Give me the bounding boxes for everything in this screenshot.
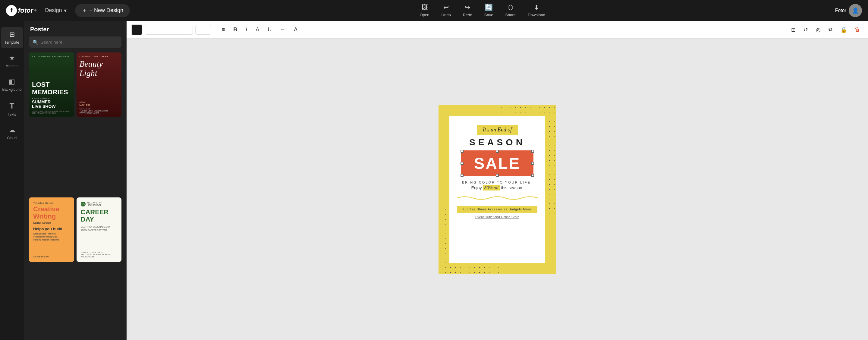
rotate-button[interactable]: ↺ bbox=[801, 25, 811, 35]
divider-1 bbox=[215, 26, 215, 34]
sidebar-item-template[interactable]: ⊞ Template bbox=[1, 27, 23, 48]
poster-tag: It's an End of bbox=[477, 125, 518, 135]
editor-area: Raleway Extr ▾ 60 ▾ ≡ B I A U ↔ A ⊡ ↺ ◎ … bbox=[127, 21, 868, 340]
template-icon: ⊞ bbox=[9, 31, 15, 38]
design-label: Design bbox=[45, 7, 62, 13]
sidebar-label-material: Material bbox=[5, 64, 19, 68]
font-color-picker[interactable] bbox=[131, 24, 142, 35]
texts-icon: T bbox=[10, 101, 14, 111]
sidebar: ⊞ Template ★ Material ◧ Background T Tex… bbox=[0, 21, 24, 340]
undo-icon: ↩ bbox=[443, 4, 449, 11]
template-card-career-day[interactable]: YS YELLOW STARHIGH SCHOOL CAREERDAY MEET… bbox=[76, 197, 122, 262]
mask-button[interactable]: ◎ bbox=[813, 25, 824, 35]
card-date: MARCH 5, 2019 | 14:00YELLOW STAR HIGH SC… bbox=[81, 251, 118, 258]
bold-button[interactable]: B bbox=[230, 25, 240, 35]
layers-button[interactable]: ⧉ bbox=[826, 25, 835, 35]
card-offer: LIMITED · TIME OFFER bbox=[80, 56, 119, 58]
save-button[interactable]: 🔄 Save bbox=[484, 4, 493, 17]
handle-tl[interactable] bbox=[461, 150, 464, 153]
school-logo: YS bbox=[81, 202, 86, 207]
season-text2: this season. bbox=[501, 185, 524, 190]
poster-sale-box[interactable]: SALE bbox=[461, 150, 534, 176]
template-panel: Poster 🔍 ART ACOUSTIC PRODUCTION LOSTMEM… bbox=[24, 21, 127, 340]
align-button[interactable]: ≡ bbox=[219, 25, 228, 35]
card-price: Course fee $100 bbox=[33, 256, 70, 258]
top-right: Fotor 👤 bbox=[835, 4, 862, 17]
card-item: #324MAIN $90 bbox=[80, 101, 119, 106]
download-button[interactable]: ⬇ Download bbox=[528, 4, 545, 17]
lock-button[interactable]: 🔒 bbox=[837, 25, 850, 35]
enjoy-text: Enjoy bbox=[471, 185, 482, 190]
card-starter: Starter Course bbox=[33, 221, 70, 224]
redo-button[interactable]: ↪ Redo bbox=[463, 4, 472, 17]
save-label: Save bbox=[484, 13, 493, 17]
font-name-label: Raleway Extr bbox=[148, 27, 175, 32]
handle-tm[interactable] bbox=[496, 150, 499, 153]
background-icon: ◧ bbox=[9, 78, 15, 86]
card-bg: Tutoring School CreativeWriting Starter … bbox=[29, 197, 74, 262]
handle-br[interactable] bbox=[531, 174, 534, 177]
format-right: ⊡ ↺ ◎ ⧉ 🔒 🗑 bbox=[788, 25, 863, 35]
off-text: 30% off bbox=[483, 185, 499, 190]
canvas-area: It's an End of SEASON SALE bbox=[127, 38, 868, 340]
delete-button[interactable]: 🗑 bbox=[852, 25, 863, 35]
underline-button[interactable]: U bbox=[265, 25, 275, 35]
sidebar-label-cloud: Cloud bbox=[7, 136, 17, 140]
username: Fotor bbox=[835, 8, 846, 13]
sidebar-label-texts: Texts bbox=[7, 113, 16, 117]
poster-enjoy: Enjoy 30% off this season. bbox=[471, 185, 523, 190]
font-size-button[interactable]: A bbox=[253, 25, 262, 35]
logo-text: fotor bbox=[18, 7, 33, 14]
sidebar-item-cloud[interactable]: ☁ Cloud bbox=[1, 123, 23, 144]
toolbar-center: 🖼 Open ↩ Undo ↪ Redo 🔄 Save ⬡ Share ⬇ Do… bbox=[135, 4, 830, 17]
design-menu[interactable]: Design ▾ bbox=[41, 5, 70, 16]
template-card-creative-writing[interactable]: Tutoring School CreativeWriting Starter … bbox=[29, 197, 74, 262]
font-size-select[interactable]: 60 ▾ bbox=[195, 25, 211, 35]
card-show: SUMMERLIVE SHOW bbox=[32, 100, 71, 109]
new-design-button[interactable]: ＋ + New Design bbox=[75, 4, 130, 17]
font-dropdown-icon: ▾ bbox=[176, 27, 179, 33]
top-bar: f fotor ® Design ▾ ＋ + New Design 🖼 Open… bbox=[0, 0, 868, 21]
user-info: Fotor 👤 bbox=[835, 4, 862, 17]
card-bg: YS YELLOW STARHIGH SCHOOL CAREERDAY MEET… bbox=[76, 197, 122, 262]
chevron-down-icon: ▾ bbox=[64, 7, 67, 14]
open-button[interactable]: 🖼 Open bbox=[420, 4, 430, 17]
poster-canvas[interactable]: It's an End of SEASON SALE bbox=[438, 105, 556, 274]
poster-wave bbox=[457, 195, 538, 201]
font-name-select[interactable]: Raleway Extr ▾ bbox=[145, 25, 193, 35]
card-subtitle: ART ACOUSTIC PRODUCTION bbox=[32, 56, 71, 58]
poster-bring: BRING COLOR TO YOUR LIFE. bbox=[462, 181, 532, 184]
card-career: CAREERDAY bbox=[81, 209, 118, 223]
sidebar-item-material[interactable]: ★ Material bbox=[1, 51, 23, 72]
sidebar-label-background: Background bbox=[2, 87, 22, 92]
undo-button[interactable]: ↩ Undo bbox=[441, 4, 451, 17]
redo-icon: ↪ bbox=[465, 4, 470, 11]
card-bg: LIMITED · TIME OFFER BeautyLight #324MAI… bbox=[76, 53, 122, 117]
undo-label: Undo bbox=[441, 13, 451, 17]
material-icon: ★ bbox=[9, 54, 15, 62]
main-area: ⊞ Template ★ Material ◧ Background T Tex… bbox=[0, 21, 868, 340]
handle-tr[interactable] bbox=[531, 150, 534, 153]
search-input[interactable] bbox=[29, 36, 121, 48]
template-card-lost-memories[interactable]: ART ACOUSTIC PRODUCTION LOSTMEMORIES KEV… bbox=[29, 53, 74, 117]
poster-outlet: Every Outlet and Online Store bbox=[475, 215, 519, 219]
template-card-beauty-light[interactable]: LIMITED · TIME OFFER BeautyLight #324MAI… bbox=[76, 53, 122, 117]
avatar[interactable]: 👤 bbox=[849, 4, 862, 17]
card-address: OCT 12–28716 Bon Lane, Clovers DistrictW… bbox=[80, 107, 119, 114]
italic-button[interactable]: I bbox=[243, 25, 250, 35]
share-button[interactable]: ⬡ Share bbox=[505, 4, 516, 17]
handle-ml[interactable] bbox=[461, 162, 464, 165]
sidebar-item-background[interactable]: ◧ Background bbox=[1, 74, 23, 95]
download-label: Download bbox=[528, 13, 545, 17]
case-button[interactable]: A bbox=[291, 25, 301, 35]
format-bar: Raleway Extr ▾ 60 ▾ ≡ B I A U ↔ A ⊡ ↺ ◎ … bbox=[127, 21, 868, 38]
handle-mr[interactable] bbox=[531, 162, 534, 165]
cloud-icon: ☁ bbox=[9, 126, 16, 134]
save-icon: 🔄 bbox=[485, 4, 493, 11]
search-bar: 🔍 bbox=[29, 36, 121, 48]
sidebar-item-texts[interactable]: T Texts bbox=[1, 98, 23, 120]
spacing-button[interactable]: ↔ bbox=[277, 25, 288, 35]
handle-bm[interactable] bbox=[496, 174, 499, 177]
handle-bl[interactable] bbox=[461, 174, 464, 177]
crop-button[interactable]: ⊡ bbox=[788, 25, 799, 35]
